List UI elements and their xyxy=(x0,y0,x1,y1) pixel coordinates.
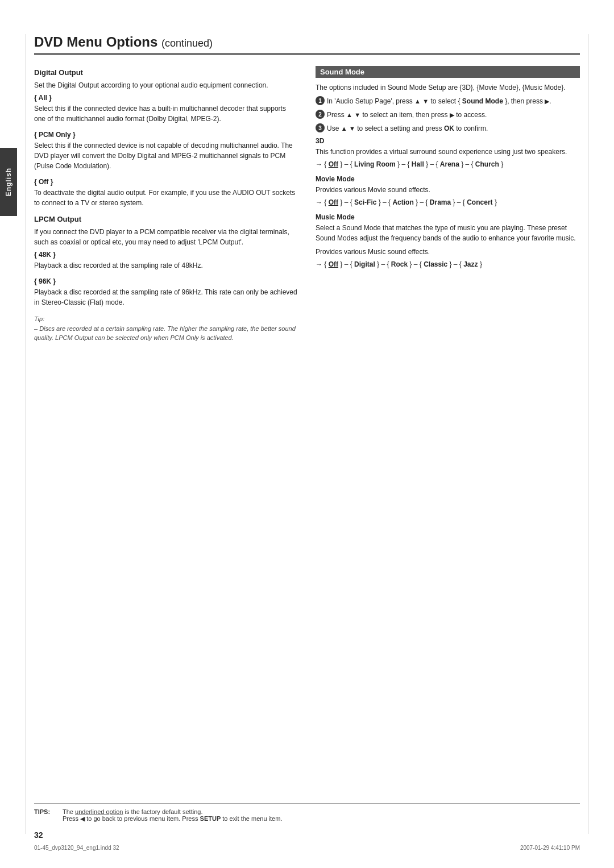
digital-output-section: Digital Output Set the Digital Output ac… xyxy=(34,68,298,208)
music-mode-section: Music Mode Select a Sound Mode that matc… xyxy=(316,213,580,268)
off-subsection: { Off } To deactivate the digital audio … xyxy=(34,178,298,208)
footer-tips: TIPS: The underlined option is the facto… xyxy=(34,803,580,823)
lpcm-output-header: LPCM Output xyxy=(34,215,298,223)
footer-date: 2007-01-29 4:41:10 PM xyxy=(520,845,580,851)
tri-up-icon: ▲ xyxy=(414,98,421,105)
tips-line1: The underlined option is the factory def… xyxy=(63,808,282,815)
tips-row: TIPS: The underlined option is the facto… xyxy=(34,808,580,823)
96k-subsection: { 96K } Playback a disc recorded at the … xyxy=(34,277,298,308)
tip-label: Tip: xyxy=(34,314,298,324)
96k-header: { 96K } xyxy=(34,277,298,285)
page-title: DVD Menu Options (continued) xyxy=(34,34,580,55)
step1-circle: 1 xyxy=(316,96,325,105)
3d-arrow: → { Off } – { Living Room } – { Hall } –… xyxy=(316,160,580,168)
off-header: { Off } xyxy=(34,178,298,186)
sound-mode-step1: 1 In 'Audio Setup Page', press ▲ ▼ to se… xyxy=(316,96,580,106)
off-body: To deactivate the digital audio output. … xyxy=(34,188,298,208)
pcm-header: { PCM Only } xyxy=(34,131,298,139)
digital-output-intro: Set the Digital Output according to your… xyxy=(34,80,298,90)
tri-down2-icon: ▼ xyxy=(354,111,360,118)
page-number: 32 xyxy=(34,830,43,840)
tri-right-icon: ▶ xyxy=(545,98,549,105)
3d-body: This function provides a virtual surroun… xyxy=(316,147,580,157)
sound-mode-intro: The options included in Sound Mode Setup… xyxy=(316,82,580,93)
48k-header: { 48K } xyxy=(34,251,298,259)
digital-output-header: Digital Output xyxy=(34,68,298,77)
main-content: DVD Menu Options (continued) Digital Out… xyxy=(34,0,580,343)
step3-circle: 3 xyxy=(316,123,325,132)
tri-up3-icon: ▲ xyxy=(341,125,347,132)
48k-subsection: { 48K } Playback a disc recorded at the … xyxy=(34,251,298,271)
music-mode-header: Music Mode xyxy=(316,213,580,221)
lpcm-output-intro: If you connect the DVD player to a PCM c… xyxy=(34,227,298,247)
all-body: Select this if the connected device has … xyxy=(34,103,298,124)
movie-mode-arrow: → { Off } – { Sci-Fic } – { Action } – {… xyxy=(316,198,580,206)
page-title-continued: (continued) xyxy=(161,38,213,49)
sound-mode-step2: 2 Press ▲ ▼ to select an item, then pres… xyxy=(316,110,580,120)
tip-section: Tip: – Discs are recorded at a certain s… xyxy=(34,314,298,343)
movie-mode-header: Movie Mode xyxy=(316,175,580,183)
tri-up2-icon: ▲ xyxy=(346,111,352,118)
movie-mode-section: Movie Mode Provides various Movie sound … xyxy=(316,175,580,206)
english-tab: English xyxy=(0,148,17,216)
music-mode-body2: Provides various Music sound effects. xyxy=(316,247,580,257)
tri-right2-icon: ▶ xyxy=(450,111,454,118)
two-column-layout: Digital Output Set the Digital Output ac… xyxy=(34,66,580,343)
music-mode-arrow: → { Off } – { Digital } – { Rock } – { C… xyxy=(316,260,580,268)
tri-down-icon: ▼ xyxy=(422,98,429,105)
tip-body: – Discs are recorded at a certain sampli… xyxy=(34,324,298,343)
footer-filename: 01-45_dvp3120_94_eng1.indd 32 xyxy=(34,845,119,851)
tips-line2: Press ◀ to go back to previous menu item… xyxy=(63,815,282,823)
pcm-subsection: { PCM Only } Select this if the connecte… xyxy=(34,131,298,171)
all-subsection: { All } Select this if the connected dev… xyxy=(34,94,298,124)
sound-mode-header: Sound Mode xyxy=(316,66,580,78)
3d-section: 3D This function provides a virtual surr… xyxy=(316,137,580,168)
all-header: { All } xyxy=(34,94,298,102)
sound-mode-step3: 3 Use ▲ ▼ to select a setting and press … xyxy=(316,123,580,134)
tri-down3-icon: ▼ xyxy=(349,125,355,132)
96k-body: Playback a disc recorded at the sampling… xyxy=(34,287,298,308)
right-margin-line xyxy=(588,34,588,834)
right-column: Sound Mode The options included in Sound… xyxy=(316,66,580,343)
3d-header: 3D xyxy=(316,137,580,145)
tips-label: TIPS: xyxy=(34,808,57,815)
movie-mode-body: Provides various Movie sound effects. xyxy=(316,185,580,195)
left-margin-line xyxy=(26,34,26,834)
lpcm-output-section: LPCM Output If you connect the DVD playe… xyxy=(34,215,298,308)
tips-content: The underlined option is the factory def… xyxy=(63,808,282,823)
pcm-body: Select this if the connected device is n… xyxy=(34,140,298,171)
step2-circle: 2 xyxy=(316,110,325,119)
music-mode-body1: Select a Sound Mode that matches the typ… xyxy=(316,223,580,243)
left-column: Digital Output Set the Digital Output ac… xyxy=(34,66,298,343)
48k-body: Playback a disc recorded at the sampling… xyxy=(34,260,298,271)
page-container: English DVD Menu Options (continued) Dig… xyxy=(0,0,614,868)
